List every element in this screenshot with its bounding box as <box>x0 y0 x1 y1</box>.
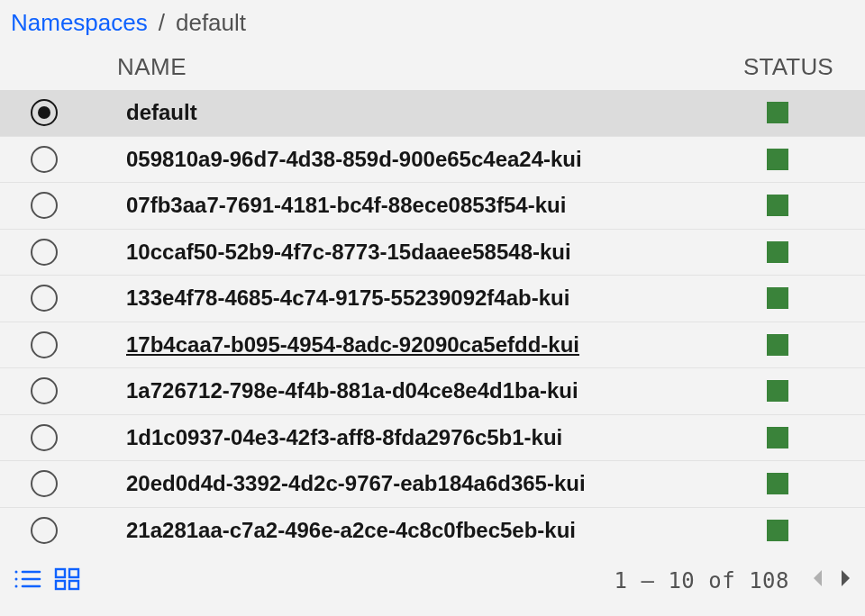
status-cell <box>743 520 865 541</box>
pagination-end: 10 <box>668 568 695 593</box>
pagination-next-button[interactable] <box>840 568 852 593</box>
list-view-icon[interactable] <box>13 566 41 595</box>
svg-point-2 <box>15 585 18 588</box>
pagination: 1 — 10 of 108 <box>615 568 852 593</box>
table-body: default059810a9-96d7-4d38-859d-900e65c4e… <box>0 90 865 554</box>
radio-button[interactable] <box>31 99 58 126</box>
table-row[interactable]: 17b4caa7-b095-4954-8adc-92090ca5efdd-kui <box>0 322 865 369</box>
radio-cell <box>9 424 126 451</box>
radio-cell <box>9 146 126 173</box>
breadcrumb: Namespaces / default <box>0 0 865 48</box>
svg-rect-8 <box>56 581 65 589</box>
table-header: NAME STATUS <box>0 48 865 90</box>
radio-cell <box>9 331 126 358</box>
grid-view-icon[interactable] <box>54 566 81 595</box>
status-cell <box>743 149 865 170</box>
radio-button[interactable] <box>31 517 58 544</box>
pagination-dash: — <box>642 568 655 593</box>
status-indicator-icon <box>767 473 788 494</box>
namespace-name[interactable]: 133e4f78-4685-4c74-9175-55239092f4ab-kui <box>126 285 743 311</box>
table-footer: 1 — 10 of 108 <box>0 554 865 608</box>
pagination-prev-button[interactable] <box>811 568 824 593</box>
radio-cell <box>9 99 126 126</box>
svg-rect-6 <box>56 569 65 577</box>
status-cell <box>743 195 865 216</box>
table-row[interactable]: 059810a9-96d7-4d38-859d-900e65c4ea24-kui <box>0 137 865 184</box>
table-row[interactable]: 20ed0d4d-3392-4d2c-9767-eab184a6d365-kui <box>0 461 865 508</box>
table-row[interactable]: default <box>0 90 865 137</box>
namespace-name[interactable]: 1d1c0937-04e3-42f3-aff8-8fda2976c5b1-kui <box>126 425 743 450</box>
radio-button[interactable] <box>31 424 58 451</box>
radio-button[interactable] <box>31 377 58 404</box>
table-row[interactable]: 1d1c0937-04e3-42f3-aff8-8fda2976c5b1-kui <box>0 415 865 462</box>
radio-cell <box>9 517 126 544</box>
radio-cell <box>9 377 126 404</box>
view-toggle-group <box>13 566 81 595</box>
radio-cell <box>9 285 126 312</box>
namespace-name[interactable]: 10ccaf50-52b9-4f7c-8773-15daaee58548-kui <box>126 240 743 265</box>
namespace-name[interactable]: 20ed0d4d-3392-4d2c-9767-eab184a6d365-kui <box>126 471 743 496</box>
namespace-name[interactable]: 1a726712-798e-4f4b-881a-d04ce8e4d1ba-kui <box>126 378 743 403</box>
table-row[interactable]: 133e4f78-4685-4c74-9175-55239092f4ab-kui <box>0 276 865 322</box>
radio-button[interactable] <box>31 285 58 312</box>
pagination-start: 1 <box>615 568 628 593</box>
status-indicator-icon <box>767 427 788 448</box>
status-cell <box>743 287 865 309</box>
svg-point-1 <box>15 578 18 581</box>
status-cell <box>743 427 865 448</box>
status-cell <box>743 241 865 263</box>
radio-button[interactable] <box>31 192 58 219</box>
table-row[interactable]: 1a726712-798e-4f4b-881a-d04ce8e4d1ba-kui <box>0 368 865 415</box>
status-indicator-icon <box>767 380 788 402</box>
table-row[interactable]: 21a281aa-c7a2-496e-a2ce-4c8c0fbec5eb-kui <box>0 508 865 555</box>
status-cell <box>743 102 865 123</box>
column-header-status[interactable]: STATUS <box>743 53 865 81</box>
status-indicator-icon <box>767 334 788 356</box>
radio-cell <box>9 470 126 497</box>
namespace-table: NAME STATUS default059810a9-96d7-4d38-85… <box>0 48 865 554</box>
namespace-name[interactable]: default <box>126 100 743 125</box>
pagination-of-label: of <box>708 568 735 593</box>
svg-rect-9 <box>69 581 78 589</box>
pagination-total: 108 <box>749 568 789 593</box>
svg-rect-7 <box>69 569 78 577</box>
radio-cell <box>9 239 126 266</box>
breadcrumb-root-link[interactable]: Namespaces <box>11 9 148 37</box>
radio-button[interactable] <box>31 331 58 358</box>
radio-cell <box>9 192 126 219</box>
status-indicator-icon <box>767 149 788 170</box>
svg-point-0 <box>15 571 18 574</box>
status-indicator-icon <box>767 287 788 309</box>
namespace-name[interactable]: 059810a9-96d7-4d38-859d-900e65c4ea24-kui <box>126 147 743 172</box>
namespace-name[interactable]: 17b4caa7-b095-4954-8adc-92090ca5efdd-kui <box>126 332 743 358</box>
pagination-arrows <box>811 568 852 593</box>
pagination-range: 1 — 10 of 108 <box>615 568 789 593</box>
status-cell <box>743 380 865 402</box>
status-indicator-icon <box>767 195 788 216</box>
status-cell <box>743 334 865 356</box>
status-cell <box>743 473 865 494</box>
column-header-name[interactable]: NAME <box>117 53 743 81</box>
breadcrumb-separator: / <box>159 9 165 37</box>
radio-button[interactable] <box>31 146 58 173</box>
breadcrumb-current: default <box>176 9 246 37</box>
radio-button[interactable] <box>31 470 58 497</box>
status-indicator-icon <box>767 241 788 263</box>
table-row[interactable]: 10ccaf50-52b9-4f7c-8773-15daaee58548-kui <box>0 230 865 276</box>
status-indicator-icon <box>767 102 788 123</box>
status-indicator-icon <box>767 520 788 541</box>
table-row[interactable]: 07fb3aa7-7691-4181-bc4f-88ece0853f54-kui <box>0 183 865 230</box>
namespace-name[interactable]: 07fb3aa7-7691-4181-bc4f-88ece0853f54-kui <box>126 193 743 218</box>
radio-button[interactable] <box>31 239 58 266</box>
namespace-name[interactable]: 21a281aa-c7a2-496e-a2ce-4c8c0fbec5eb-kui <box>126 518 743 543</box>
